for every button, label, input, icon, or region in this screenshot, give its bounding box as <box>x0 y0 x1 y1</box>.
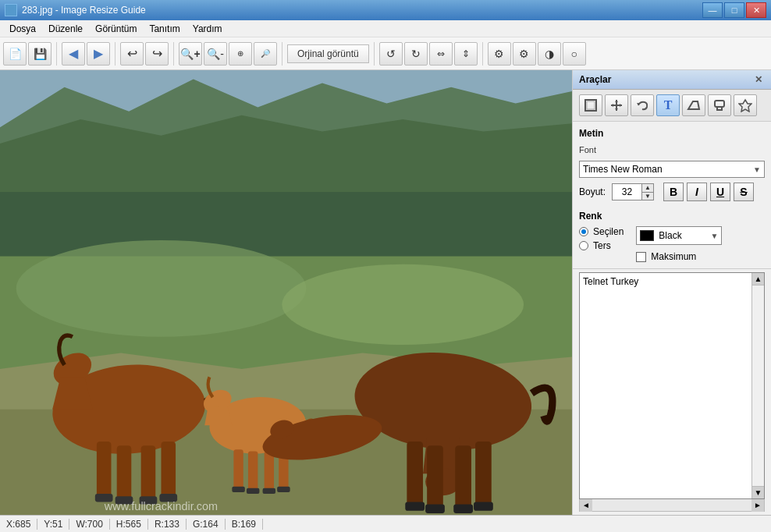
vertical-scrollbar: ▲ ▼ <box>751 273 764 498</box>
status-g: G:164 <box>187 519 226 530</box>
svg-rect-46 <box>587 101 595 109</box>
tools-close-button[interactable]: ✕ <box>752 73 765 86</box>
svg-marker-52 <box>620 104 622 107</box>
original-view-button[interactable]: Orjinal görüntü <box>287 44 369 63</box>
rotate-cw-button[interactable]: ↻ <box>404 42 428 66</box>
status-x: X:685 <box>6 519 37 530</box>
minimize-button[interactable]: — <box>702 2 723 18</box>
svg-rect-24 <box>248 451 258 491</box>
extra-tool-button[interactable] <box>734 94 757 116</box>
status-h: H:565 <box>110 519 148 530</box>
move-tool-button[interactable] <box>605 94 628 116</box>
flip-v-button[interactable]: ⇕ <box>454 42 478 66</box>
image-canvas[interactable]: www.fullcrackindir.com <box>0 70 572 515</box>
scroll-left-button[interactable]: ◄ <box>580 499 592 512</box>
text-content-value: Telnet Turkey <box>583 276 638 287</box>
new-button[interactable]: 📄 <box>3 42 27 66</box>
menu-yardim[interactable]: Yardım <box>187 22 229 36</box>
scroll-track[interactable] <box>752 286 764 486</box>
toolbar-sep-3 <box>173 42 174 66</box>
svg-rect-39 <box>425 505 445 513</box>
secilen-radio[interactable] <box>579 227 588 236</box>
brightness-button[interactable]: ○ <box>563 42 586 66</box>
ters-radio[interactable] <box>579 241 588 250</box>
font-dropdown[interactable]: Times New Roman ▼ <box>579 161 765 178</box>
underline-button[interactable]: U <box>710 183 730 201</box>
scroll-up-button[interactable]: ▲ <box>752 273 764 286</box>
secilen-label: Seçilen <box>593 226 624 237</box>
main-content: www.fullcrackindir.com Araçlar ✕ T <box>0 70 771 515</box>
save-button[interactable]: 💾 <box>28 42 52 66</box>
window-title: 283.jpg - Image Resize Guide <box>22 5 146 16</box>
svg-rect-40 <box>453 505 473 513</box>
status-b: B:169 <box>226 519 263 530</box>
toolbar-sep-1 <box>56 42 57 66</box>
svg-marker-49 <box>615 100 618 102</box>
tools-title: Araçlar <box>579 74 611 85</box>
maksimum-checkbox[interactable] <box>636 252 646 262</box>
toolbar-sep-2 <box>115 42 115 66</box>
svg-marker-58 <box>739 100 751 112</box>
back-tool-button[interactable] <box>631 94 654 116</box>
flip-h-button[interactable]: ⇔ <box>429 42 453 66</box>
svg-rect-13 <box>117 445 132 500</box>
italic-button[interactable]: I <box>687 183 707 201</box>
back-button[interactable]: ◀ <box>62 42 85 66</box>
scroll-right-button[interactable]: ► <box>751 499 764 512</box>
text-area-section: Telnet Turkey ▲ ▼ ◄ ► <box>573 269 771 515</box>
size-input[interactable] <box>612 183 641 200</box>
stamp-tool-button[interactable] <box>708 94 731 116</box>
menu-duzenle[interactable]: Düzenle <box>42 22 89 36</box>
strikethrough-button[interactable]: S <box>734 183 754 201</box>
svg-rect-27 <box>232 487 245 492</box>
zoom-out-button[interactable]: 🔍- <box>204 42 227 66</box>
size-down-button[interactable]: ▼ <box>642 193 653 200</box>
settings-button[interactable]: ⚙ <box>488 42 511 66</box>
erase-tool-button[interactable] <box>682 94 705 116</box>
contrast-button[interactable]: ◑ <box>538 42 561 66</box>
bold-button[interactable]: B <box>663 183 684 201</box>
image-area[interactable]: www.fullcrackindir.com <box>0 70 572 515</box>
maximize-button[interactable]: □ <box>724 2 744 18</box>
svg-rect-12 <box>97 442 112 498</box>
text-content-area[interactable]: Telnet Turkey <box>580 273 751 498</box>
undo-button[interactable]: ↩ <box>120 42 144 66</box>
renk-section: Renk Seçilen Ters Black <box>573 207 771 269</box>
close-button[interactable]: ✕ <box>746 2 766 18</box>
tools-header: Araçlar ✕ <box>573 70 771 90</box>
status-bar: X:685 Y:51 W:700 H:565 R:133 G:164 B:169 <box>0 515 771 532</box>
secilen-radio-row: Seçilen <box>579 226 624 237</box>
svg-rect-36 <box>455 445 471 507</box>
maksimum-row: Maksimum <box>636 251 722 262</box>
menu-tanitim[interactable]: Tanıtım <box>143 22 186 36</box>
redo-button[interactable]: ↪ <box>145 42 169 66</box>
svg-rect-35 <box>427 445 443 509</box>
menu-dosya[interactable]: Dosya <box>3 22 42 36</box>
window-controls: — □ ✕ <box>702 2 766 18</box>
metin-section: Metin Font Times New Roman ▼ Boyut: ▲ ▼ <box>573 122 771 207</box>
rotate-ccw-button[interactable]: ↺ <box>379 42 403 66</box>
svg-point-5 <box>16 240 307 337</box>
forward-button[interactable]: ▶ <box>87 42 110 66</box>
color-name: Black <box>659 230 705 241</box>
status-y: Y:51 <box>37 519 69 530</box>
size-up-button[interactable]: ▲ <box>642 184 653 193</box>
tools-panel: Araçlar ✕ T <box>572 70 771 515</box>
svg-rect-28 <box>247 488 260 494</box>
color-dropdown[interactable]: Black ▼ <box>636 226 722 245</box>
font-row: Times New Roman ▼ <box>579 161 765 178</box>
svg-rect-57 <box>717 107 722 110</box>
scroll-down-button[interactable]: ▼ <box>752 486 764 498</box>
settings2-button[interactable]: ⚙ <box>513 42 536 66</box>
select-tool-button[interactable] <box>579 94 602 116</box>
color-dropdown-arrow: ▼ <box>710 232 718 240</box>
menu-goruntum[interactable]: Görüntüm <box>89 22 143 36</box>
font-label: Font <box>579 145 765 154</box>
zoom-actual-button[interactable]: 🔎 <box>254 42 277 66</box>
text-tool-button[interactable]: T <box>656 94 680 116</box>
format-buttons: B I U S <box>663 183 754 201</box>
toolbar-sep-6 <box>482 42 483 66</box>
zoom-in-button[interactable]: 🔍+ <box>179 42 202 66</box>
zoom-fit-button[interactable]: ⊕ <box>229 42 252 66</box>
color-swatch <box>640 230 654 241</box>
